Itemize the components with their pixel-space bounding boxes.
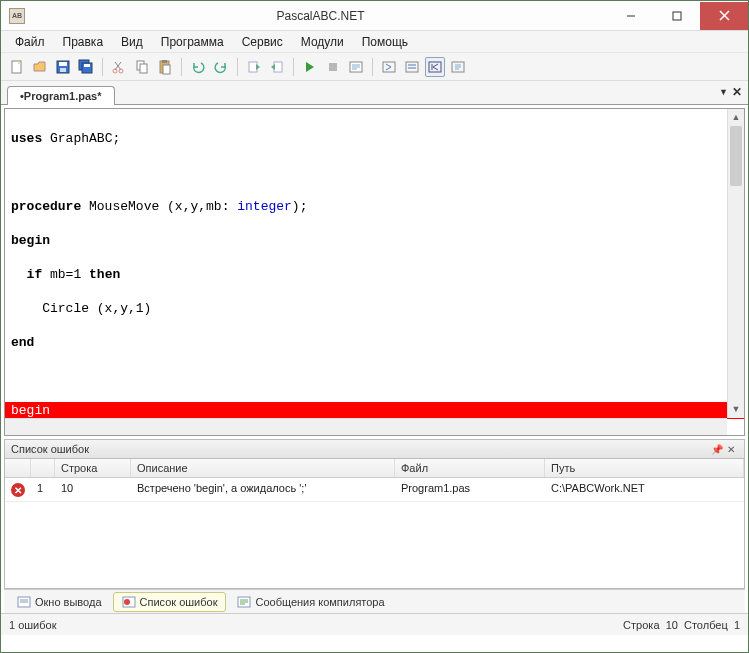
menu-service[interactable]: Сервис bbox=[234, 33, 291, 51]
new-file-button[interactable] bbox=[7, 57, 27, 77]
save-button[interactable] bbox=[53, 57, 73, 77]
code-text: uses bbox=[11, 131, 42, 146]
compiler-icon bbox=[237, 596, 251, 608]
error-line-num: 10 bbox=[55, 478, 131, 501]
tab-compiler-messages[interactable]: Сообщения компилятора bbox=[228, 592, 393, 612]
svg-rect-1 bbox=[673, 12, 681, 20]
svg-rect-19 bbox=[163, 65, 170, 74]
menu-bar: Файл Правка Вид Программа Сервис Модули … bbox=[1, 31, 748, 53]
toolbar-separator bbox=[181, 58, 182, 76]
code-text: integer bbox=[237, 199, 292, 214]
grid-header: Строка Описание Файл Путь bbox=[5, 459, 744, 478]
toolbar-separator bbox=[237, 58, 238, 76]
col-description[interactable]: Описание bbox=[131, 459, 395, 477]
col-icon[interactable] bbox=[5, 459, 31, 477]
horizontal-scrollbar[interactable] bbox=[5, 418, 727, 435]
svg-rect-16 bbox=[140, 64, 147, 73]
menu-edit[interactable]: Правка bbox=[55, 33, 112, 51]
title-bar: AB PascalABC.NET bbox=[1, 1, 748, 31]
panel-title: Список ошибок bbox=[11, 443, 89, 455]
toolbar-separator bbox=[372, 58, 373, 76]
vertical-scrollbar[interactable]: ▲ ▼ bbox=[727, 109, 744, 418]
panel-close-icon[interactable]: ✕ bbox=[724, 444, 738, 455]
maximize-button[interactable] bbox=[654, 2, 700, 30]
open-file-button[interactable] bbox=[30, 57, 50, 77]
menu-file[interactable]: Файл bbox=[7, 33, 53, 51]
col-number[interactable] bbox=[31, 459, 55, 477]
undo-button[interactable] bbox=[188, 57, 208, 77]
redo-button[interactable] bbox=[211, 57, 231, 77]
svg-rect-18 bbox=[162, 60, 167, 63]
svg-rect-20 bbox=[249, 62, 257, 72]
tab-close-icon[interactable]: ✕ bbox=[732, 85, 742, 99]
code-text: procedure bbox=[11, 199, 81, 214]
step-into-button[interactable] bbox=[379, 57, 399, 77]
copy-button[interactable] bbox=[132, 57, 152, 77]
errors-grid: Строка Описание Файл Путь ✕ 1 10 Встрече… bbox=[4, 459, 745, 589]
code-text: ); bbox=[292, 199, 308, 214]
error-icon: ✕ bbox=[11, 483, 25, 497]
toolbar-separator bbox=[293, 58, 294, 76]
svg-rect-6 bbox=[59, 62, 67, 66]
tab-program1[interactable]: •Program1.pas* bbox=[7, 86, 115, 105]
errors-icon bbox=[122, 596, 136, 608]
tab-output[interactable]: Окно вывода bbox=[8, 592, 111, 612]
app-icon: AB bbox=[9, 8, 25, 24]
status-error-count: 1 ошибок bbox=[9, 619, 57, 631]
menu-program[interactable]: Программа bbox=[153, 33, 232, 51]
error-path: C:\PABCWork.NET bbox=[545, 478, 744, 501]
col-path[interactable]: Путь bbox=[545, 459, 744, 477]
error-index: 1 bbox=[31, 478, 55, 501]
tab-errors[interactable]: Список ошибок bbox=[113, 592, 227, 612]
close-button[interactable] bbox=[700, 2, 748, 30]
code-text: then bbox=[89, 267, 120, 282]
status-col-label: Столбец bbox=[684, 619, 728, 631]
menu-view[interactable]: Вид bbox=[113, 33, 151, 51]
error-row[interactable]: ✕ 1 10 Встречено 'begin', а ожидалось ';… bbox=[5, 478, 744, 502]
cut-button[interactable] bbox=[109, 57, 129, 77]
run-button[interactable] bbox=[300, 57, 320, 77]
code-text bbox=[5, 368, 744, 385]
minimize-button[interactable] bbox=[608, 2, 654, 30]
code-text: Circle (x,y,1) bbox=[5, 300, 744, 317]
step-out-button[interactable] bbox=[425, 57, 445, 77]
menu-help[interactable]: Помощь bbox=[354, 33, 416, 51]
breakpoint-button[interactable] bbox=[448, 57, 468, 77]
compile-button[interactable] bbox=[346, 57, 366, 77]
svg-rect-22 bbox=[329, 63, 337, 71]
svg-rect-7 bbox=[60, 68, 66, 72]
tab-label: Окно вывода bbox=[35, 596, 102, 608]
code-text: end bbox=[11, 335, 34, 350]
tab-label: Список ошибок bbox=[140, 596, 218, 608]
navigate-back-button[interactable] bbox=[244, 57, 264, 77]
status-line-value: 10 bbox=[666, 619, 678, 631]
svg-rect-31 bbox=[429, 62, 441, 72]
toolbar bbox=[1, 53, 748, 81]
scroll-down-icon[interactable]: ▼ bbox=[728, 401, 744, 418]
error-desc: Встречено 'begin', а ожидалось ';' bbox=[131, 478, 395, 501]
svg-rect-27 bbox=[383, 62, 395, 72]
col-file[interactable]: Файл bbox=[395, 459, 545, 477]
pin-icon[interactable]: 📌 bbox=[710, 444, 724, 455]
stop-button[interactable] bbox=[323, 57, 343, 77]
scrollbar-thumb[interactable] bbox=[730, 126, 742, 186]
scroll-up-icon[interactable]: ▲ bbox=[728, 109, 744, 126]
error-line: begin bbox=[5, 402, 744, 419]
step-over-button[interactable] bbox=[402, 57, 422, 77]
code-editor[interactable]: uses GraphABC; procedure MouseMove (x,y,… bbox=[4, 108, 745, 436]
navigate-fwd-button[interactable] bbox=[267, 57, 287, 77]
code-text bbox=[5, 164, 744, 181]
col-line[interactable]: Строка bbox=[55, 459, 131, 477]
save-all-button[interactable] bbox=[76, 57, 96, 77]
bottom-tabs: Окно вывода Список ошибок Сообщения комп… bbox=[4, 589, 745, 613]
paste-button[interactable] bbox=[155, 57, 175, 77]
code-text: if bbox=[11, 267, 42, 282]
menu-modules[interactable]: Модули bbox=[293, 33, 352, 51]
output-icon bbox=[17, 596, 31, 608]
window-title: PascalABC.NET bbox=[33, 9, 608, 23]
svg-rect-28 bbox=[406, 62, 418, 72]
svg-rect-10 bbox=[84, 64, 90, 67]
toolbar-separator bbox=[102, 58, 103, 76]
tab-dropdown-icon[interactable]: ▼ bbox=[719, 87, 728, 97]
code-text: begin bbox=[11, 233, 50, 248]
